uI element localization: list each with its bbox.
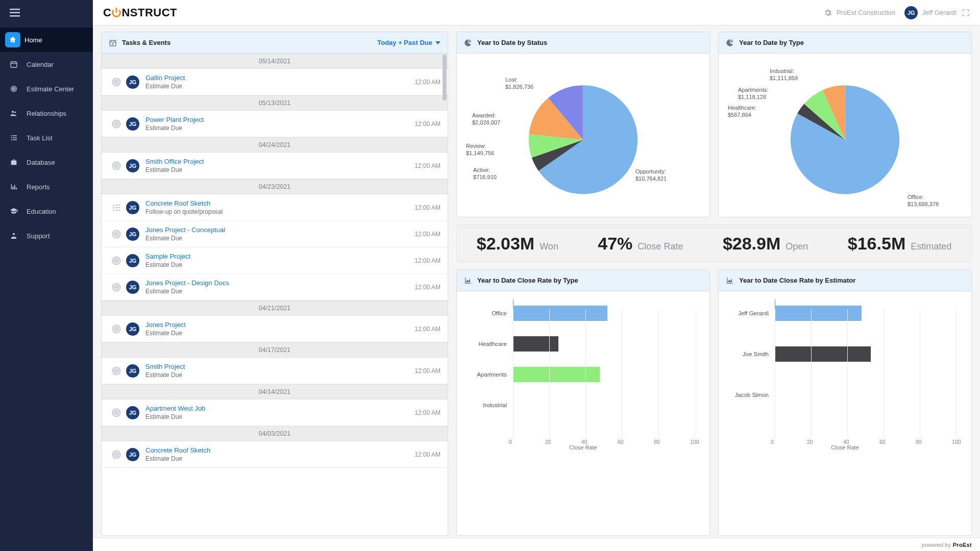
bars: Jeff GerardiJoe SmithJacob Simon <box>775 299 956 427</box>
filter-label: Today + Past Due <box>377 39 432 46</box>
pie-label: Active:$716,910 <box>473 167 497 181</box>
sidebar-item-reports[interactable]: Reports <box>0 174 93 199</box>
task-time: 12:00 AM <box>414 162 440 169</box>
task-subtitle: Estimate Due <box>145 235 414 242</box>
target-icon <box>109 408 124 418</box>
task-title[interactable]: Smith Office Project <box>145 158 414 165</box>
task-title[interactable]: Jones Project - Conceptual <box>145 226 414 234</box>
user-menu[interactable]: JG Jeff Gerardi <box>904 6 957 19</box>
target-icon <box>109 77 124 87</box>
sidebar-item-label: Home <box>24 36 42 44</box>
task-row[interactable]: JGConcrete Roof SketchEstimate Due12:00 … <box>102 441 448 468</box>
gear-icon <box>823 8 832 17</box>
task-title[interactable]: Power Plant Project <box>145 116 414 123</box>
svg-point-19 <box>116 165 117 166</box>
kpi: $16.5MEstimated <box>848 234 951 254</box>
task-row[interactable]: JGJones Project - ConceptualEstimate Due… <box>102 221 448 247</box>
tasks-list[interactable]: 05/14/2021JGGallin ProjectEstimate Due12… <box>102 54 448 535</box>
hamburger-menu[interactable] <box>0 0 30 26</box>
task-title[interactable]: Sample Project <box>145 253 414 260</box>
pie-chart-icon <box>726 39 734 47</box>
sidebar-item-support[interactable]: Support <box>0 223 93 248</box>
bar-label: Joe Smith <box>724 351 775 357</box>
checklist-icon <box>109 203 124 213</box>
task-row[interactable]: JGJones ProjectEstimate Due12:00 AM <box>102 316 448 342</box>
power-icon <box>112 8 121 17</box>
task-row[interactable]: JGSmith Office ProjectEstimate Due12:00 … <box>102 153 448 179</box>
sidebar: HomeCalendarEstimate CenterRelationships… <box>0 0 93 551</box>
task-title[interactable]: Gallin Project <box>145 74 414 82</box>
sidebar-item-calendar[interactable]: Calendar <box>0 52 93 77</box>
task-date-header: 05/13/2021 <box>102 95 448 111</box>
calendar-icon <box>7 60 20 68</box>
sidebar-item-education[interactable]: Education <box>0 199 93 223</box>
footer-brand: ProEst <box>953 542 972 548</box>
task-subtitle: Estimate Due <box>145 288 414 295</box>
area-chart-icon <box>464 277 472 285</box>
task-time: 12:00 AM <box>414 367 440 374</box>
ytd-status-chart: Opportunity:$10,764,821Active:$716,910Re… <box>457 54 709 217</box>
task-title[interactable]: Jones Project <box>145 321 414 329</box>
sidebar-item-label: Relationships <box>27 110 66 117</box>
task-date-header: 04/14/2021 <box>102 384 448 399</box>
sidebar-item-label: Calendar <box>27 61 54 68</box>
pie-chart-icon <box>464 39 472 47</box>
bar <box>513 336 558 352</box>
task-date-header: 04/17/2021 <box>102 342 448 358</box>
task-row[interactable]: JGGallin ProjectEstimate Due12:00 AM <box>102 69 448 95</box>
task-date-header: 04/03/2021 <box>102 426 448 441</box>
fullscreen-icon[interactable] <box>962 9 970 17</box>
task-row[interactable]: JGPower Plant ProjectEstimate Due12:00 A… <box>102 111 448 137</box>
sidebar-item-database[interactable]: Database <box>0 150 93 174</box>
svg-rect-10 <box>110 40 116 46</box>
task-row[interactable]: JGConcrete Roof SketchFollow-up on quote… <box>102 194 448 221</box>
pie-label: Awarded:$2,028,007 <box>472 112 500 127</box>
kpi-label: Won <box>540 241 558 252</box>
task-subtitle: Estimate Due <box>145 166 414 173</box>
svg-point-22 <box>116 233 117 235</box>
svg-point-8 <box>14 111 16 113</box>
menu-icon <box>10 9 20 17</box>
target-icon <box>109 256 124 266</box>
task-subtitle: Estimate Due <box>145 83 414 90</box>
org-switcher[interactable]: ProEst Construction <box>823 8 896 17</box>
task-row[interactable]: JGSmith ProjectEstimate Due12:00 AM <box>102 358 448 384</box>
topbar: CNSTRUCT ProEst Construction JG Jeff Ger… <box>93 0 980 26</box>
close-rate-type-panel: Year to Date Close Rate by Type OfficeHe… <box>456 269 710 536</box>
task-time: 12:00 AM <box>414 284 440 291</box>
svg-point-13 <box>116 81 117 83</box>
bar-label: Healthcare <box>462 341 513 347</box>
logo: CNSTRUCT <box>103 6 177 19</box>
tasks-filter[interactable]: Today + Past Due <box>377 39 440 46</box>
avatar: JG <box>126 406 139 419</box>
svg-point-25 <box>116 260 117 261</box>
task-title[interactable]: Jones Project - Design Docs <box>145 279 414 287</box>
sidebar-item-label: Task List <box>27 134 53 142</box>
task-row[interactable]: JGApartment West JobEstimate Due12:00 AM <box>102 399 448 426</box>
task-date-header: 04/23/2021 <box>102 179 448 194</box>
task-title[interactable]: Concrete Roof Sketch <box>145 199 414 207</box>
pie-label: Healthcare:$567,864 <box>728 105 756 119</box>
target-icon <box>109 366 124 376</box>
task-time: 12:00 AM <box>414 409 440 416</box>
task-title[interactable]: Apartment West Job <box>145 405 414 412</box>
sidebar-item-label: Database <box>27 159 55 166</box>
task-row[interactable]: JGSample ProjectEstimate Due12:00 AM <box>102 247 448 274</box>
sidebar-item-task-list[interactable]: Task List <box>0 126 93 150</box>
sidebar-item-home[interactable]: Home <box>0 28 93 52</box>
sidebar-item-relationships[interactable]: Relationships <box>0 101 93 126</box>
svg-rect-3 <box>11 62 17 67</box>
task-time: 12:00 AM <box>414 231 440 238</box>
scrollbar[interactable] <box>443 55 447 101</box>
sidebar-item-estimate-center[interactable]: Estimate Center <box>0 77 93 101</box>
target-icon <box>109 324 124 334</box>
ytd-type-panel: Year to Date by Type Office:$13,688,378H… <box>718 32 972 217</box>
task-time: 12:00 AM <box>414 257 440 264</box>
task-title[interactable]: Smith Project <box>145 363 414 370</box>
nav: HomeCalendarEstimate CenterRelationships… <box>0 26 93 248</box>
task-title[interactable]: Concrete Roof Sketch <box>145 446 414 454</box>
bar-label: Industrial <box>462 402 513 408</box>
task-subtitle: Estimate Due <box>145 261 414 268</box>
avatar: JG <box>126 448 139 461</box>
task-row[interactable]: JGJones Project - Design DocsEstimate Du… <box>102 274 448 300</box>
